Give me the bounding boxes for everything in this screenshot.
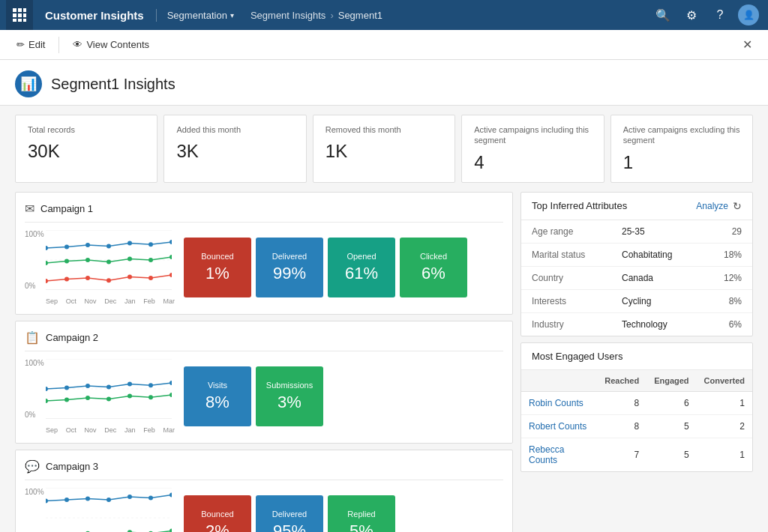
metric-value: 1%	[206, 264, 230, 283]
inferred-row: Country Canada 12%	[521, 267, 752, 290]
svg-point-24	[148, 258, 153, 262]
metric-boxes: Bounced 2% Delivered 95% Replied 5%	[184, 495, 395, 532]
stat-value: 4	[474, 152, 591, 173]
svg-rect-1	[18, 8, 22, 12]
svg-point-42	[170, 381, 172, 385]
inferred-percent: 29	[712, 226, 742, 237]
campaign-name: Campaign 3	[46, 461, 98, 472]
stat-card: Added this month 3K	[164, 115, 306, 183]
top-nav: Customer Insights Segmentation ▾ Segment…	[0, 0, 768, 30]
svg-point-55	[86, 496, 90, 501]
campaign-card: 📋 Campaign 2 100%0% SepOctNovDecJanFebMa…	[15, 321, 513, 444]
eye-icon: 👁	[73, 39, 82, 50]
engaged-metric: 8	[597, 414, 646, 438]
inferred-row: Interests Cycling 8%	[521, 290, 752, 313]
engaged-row: Robert Counts852	[521, 414, 752, 438]
inferred-attr: Industry	[532, 319, 622, 330]
metric-value: 8%	[206, 393, 230, 412]
breadcrumb-parent[interactable]: Segment Insights	[250, 10, 326, 21]
metric-label: Delivered	[272, 510, 307, 519]
settings-button[interactable]: ⚙	[678, 0, 705, 30]
inferred-percent: 18%	[712, 250, 742, 260]
svg-point-56	[106, 498, 111, 502]
campaign-name: Campaign 1	[40, 203, 93, 214]
chart-area: 100%0% SepOctNovDecJanFebMar	[25, 359, 175, 434]
engaged-header: Most Engaged Users	[521, 343, 752, 370]
stat-card: Removed this month 1K	[313, 115, 455, 183]
svg-point-57	[128, 495, 132, 499]
svg-point-29	[106, 278, 111, 282]
metric-label: Opened	[346, 252, 376, 261]
campaign-header: 📋 Campaign 2	[25, 330, 503, 351]
stat-label: Added this month	[176, 124, 293, 135]
engaged-metric: 6	[646, 391, 696, 414]
metric-boxes: Visits 8% Submissions 3%	[184, 366, 323, 426]
engaged-user-name[interactable]: Robert Counts	[521, 414, 597, 438]
inferred-percent: 8%	[712, 296, 742, 306]
nav-segmentation[interactable]: Segmentation ▾	[157, 0, 244, 30]
chart-y-labels: 100%0%	[25, 359, 46, 419]
svg-point-54	[64, 498, 69, 502]
engaged-user-name[interactable]: Robin Counts	[521, 391, 597, 414]
svg-point-13	[64, 244, 69, 249]
engaged-metric: 1	[697, 391, 752, 414]
metric-box: Opened 61%	[328, 238, 395, 297]
view-contents-button[interactable]: 👁 View Contents	[65, 35, 157, 54]
svg-point-53	[46, 498, 48, 503]
svg-point-15	[106, 244, 111, 248]
campaign-body: 100%0% SepOctNovDecJanFebMar Bounced 2% …	[25, 488, 503, 532]
svg-point-18	[170, 240, 172, 244]
chart-y-labels: 100%0%	[25, 488, 46, 532]
stat-value: 1K	[326, 141, 442, 162]
engaged-user-name[interactable]: Rebecca Counts	[521, 438, 597, 471]
search-button[interactable]: 🔍	[650, 0, 676, 30]
chart-y-labels: 100%0%	[25, 230, 46, 290]
metric-box: Bounced 2%	[184, 495, 251, 532]
inferred-attr: Country	[532, 273, 622, 283]
chart-x-labels: SepOctNovDecJanFebMar	[46, 297, 175, 305]
stat-card: Total records 30K	[15, 115, 158, 183]
chevron-down-icon: ▾	[230, 11, 234, 19]
svg-point-38	[86, 384, 90, 388]
content-area: ✉ Campaign 1 100%0% SepOctNovDecJanFebMa…	[0, 192, 768, 532]
svg-rect-6	[13, 19, 16, 22]
chart-area: 100%0% SepOctNovDecJanFebMar	[25, 488, 175, 532]
stat-value: 30K	[28, 141, 145, 162]
metric-value: 2%	[206, 522, 230, 532]
refresh-icon[interactable]: ↻	[733, 200, 742, 212]
svg-point-37	[64, 385, 69, 390]
svg-point-47	[128, 393, 132, 398]
chart-svg	[46, 488, 175, 532]
svg-point-32	[170, 273, 172, 277]
svg-point-12	[46, 246, 48, 250]
edit-button[interactable]: ✏ Edit	[9, 35, 52, 54]
inferred-attr: Interests	[532, 296, 622, 306]
svg-point-16	[128, 241, 132, 245]
metric-label: Bounced	[201, 252, 233, 261]
svg-point-49	[170, 393, 172, 397]
svg-rect-0	[13, 8, 16, 12]
campaign-body: 100%0% SepOctNovDecJanFebMar Visits 8% S…	[25, 359, 503, 434]
help-button[interactable]: ?	[706, 0, 734, 30]
stat-label: Active campaigns including this segment	[474, 124, 591, 146]
right-panel: Top Inferred Attributes Analyze ↻ Age ra…	[520, 192, 753, 532]
close-button[interactable]: ✕	[735, 33, 759, 57]
inferred-attr: Age range	[532, 226, 622, 237]
analyze-link[interactable]: Analyze	[696, 201, 728, 211]
avatar[interactable]: 👤	[735, 0, 762, 30]
app-grid-icon[interactable]	[6, 0, 33, 30]
nav-right-actions: 🔍 ⚙ ? 👤	[650, 0, 762, 30]
campaign-body: 100%0% SepOctNovDecJanFebMar Bounced 1% …	[25, 230, 503, 305]
svg-point-46	[106, 396, 111, 401]
metric-value: 5%	[350, 522, 374, 532]
campaign-card: 💬 Campaign 3 100%0% SepOctNovDecJanFebMa…	[15, 450, 513, 532]
metric-value: 61%	[345, 264, 378, 283]
page-icon: 📊	[15, 70, 42, 97]
breadcrumb: Segment Insights › Segment1	[244, 10, 382, 21]
chart-svg	[46, 359, 175, 419]
engaged-table: ReachedEngagedConverted Robin Counts861R…	[521, 370, 752, 471]
stat-card: Active campaigns including this segment …	[461, 115, 604, 183]
page-title: Segment1 Insights	[51, 76, 176, 93]
engaged-col-header: Engaged	[646, 370, 696, 392]
inferred-value: 25-35	[622, 226, 712, 237]
